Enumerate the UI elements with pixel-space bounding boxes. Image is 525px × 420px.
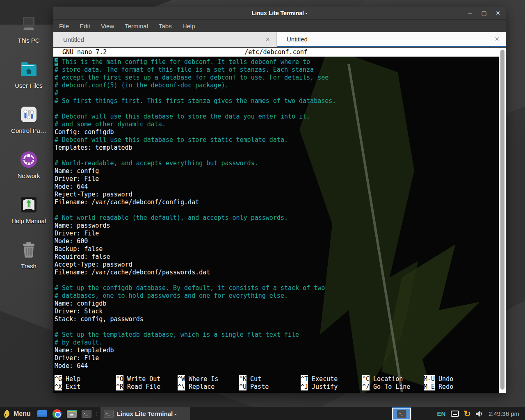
menu-button[interactable]: Menu [0,409,35,418]
task-button-terminal[interactable]: >_ Linux Lite Terminal - [100,407,191,420]
menu-button-label: Menu [14,410,31,418]
menu-edit[interactable]: Edit [80,23,90,30]
terminal-icon: >_ [397,410,406,418]
chrome-icon [52,409,62,418]
window-titlebar[interactable]: Linux Lite Terminal - – ▢ ✕ [53,7,506,20]
nano-line: Driver: Stack [55,308,499,315]
desktop-icon-this-pc[interactable]: This PC [9,14,48,59]
nano-line: # except the first sets up a database fo… [55,74,499,82]
file-manager-icon [67,410,77,418]
nano-line: Stack: config, passwords [55,315,499,323]
nano-shortcut: ^OWrite Out [116,375,178,383]
terminal-launcher[interactable]: >_ [81,409,92,419]
file-manager-launcher[interactable] [66,409,77,419]
window-title: Linux Lite Terminal - [53,10,506,16]
menu-file[interactable]: File [59,23,69,30]
nano-shortcut: ^TExecute [301,375,362,383]
nano-titlebar: GNU nano 7.2 /etc/debconf.conf [53,48,499,57]
nano-line: Driver: File [55,230,499,237]
nano-line: Name: configdb [55,300,499,308]
nano-shortcut: ^\Replace [178,383,239,391]
nano-line: # and some other dynamic data. [55,121,499,128]
nano-line [55,276,499,284]
menu-terminal[interactable]: Terminal [125,23,148,30]
menu-tabs[interactable]: Tabs [159,23,172,30]
tray-terminal-indicator[interactable]: >_ [392,408,411,420]
nano-line: # This is the main config file for debco… [55,58,499,66]
nano-shortcut: ^UPaste [239,383,301,391]
desktop-icon-control-panel[interactable]: Control Pa… [9,104,48,149]
nano-shortcut: M-UUndo [424,375,485,383]
scrollbar-thumb[interactable] [500,50,504,390]
menu-bar: File Edit View Terminal Tabs Help [53,20,506,32]
nano-shortcut: ^KCut [239,375,301,383]
nano-line: Templates: templatedb [55,144,499,152]
terminal-window: Linux Lite Terminal - – ▢ ✕ File Edit Vi… [53,7,506,393]
folder-home-icon [18,59,39,80]
nano-filename: /etc/debconf.conf [53,48,499,56]
nano-line: Backup: false [55,245,499,253]
nano-line: # Set up the templatedb database, which … [55,331,499,339]
nano-line: Driver: File [55,175,499,183]
keyboard-layout-indicator[interactable]: EN [437,410,445,417]
terminal-viewport[interactable]: GNU nano 7.2 /etc/debconf.conf # This is… [53,48,499,393]
desktop-icon-label: Trash [21,262,37,269]
nano-line: Config: configdb [55,128,499,136]
chrome-launcher[interactable] [52,409,62,419]
nano-line [55,105,499,113]
desktop-icon-user-files[interactable]: User Files [9,59,48,104]
task-button-label: Linux Lite Terminal - [117,410,177,417]
minimize-button[interactable]: – [466,10,474,16]
updates-icon[interactable]: ↻ [463,409,471,418]
tab-close-icon[interactable]: × [264,35,272,44]
nano-line: Mode: 644 [55,362,499,370]
terminal-icon: >_ [82,410,91,418]
nano-content: # This is the main config file for debco… [53,57,499,370]
show-desktop-button[interactable] [37,409,48,419]
close-button[interactable]: ✕ [494,10,502,16]
nano-line [55,206,499,214]
nano-line: # Not world readable (the default), and … [55,214,499,222]
help-manual-icon [18,194,39,215]
desktop-icon-list: This PC User Files Control Pa… Network H… [9,14,48,285]
taskbar-separator[interactable] [95,409,98,419]
volume-icon[interactable] [476,411,483,417]
tab-untitled-2[interactable]: Untitled × [277,32,506,47]
keyboard-icon[interactable] [451,411,459,417]
trash-icon [18,240,39,260]
desktop-icon-label: This PC [18,37,39,44]
nano-line: # databases, one to hold passwords and o… [55,292,499,300]
nano-line: Name: passwords [55,222,499,230]
tab-untitled-1[interactable]: Untitled × [53,32,277,47]
nano-shortcut: ^RRead File [116,383,178,391]
nano-line: # World-readable, and accepts everything… [55,160,499,167]
network-globe-icon [18,149,39,170]
maximize-button[interactable]: ▢ [480,10,488,16]
nano-line: # So first things first. This first stan… [55,97,499,105]
nano-line: # [55,89,499,97]
nano-shortcuts: ^GHelp^XExit^OWrite Out^RRead File^WWher… [55,375,499,391]
tab-bar: Untitled × Untitled × [53,32,506,47]
menu-help[interactable]: Help [183,23,195,30]
desktop-icon-help-manual[interactable]: Help Manual [9,194,48,240]
nano-shortcut: ^WWhere Is [178,375,239,383]
desktop-icon-network[interactable]: Network [9,149,48,194]
control-panel-icon [18,104,39,125]
taskbar: Menu >_ >_ Linux Lite Terminal - >_ EN ↻… [0,407,525,420]
desktop-icon-label: Network [17,172,40,179]
nano-line: Name: config [55,167,499,175]
nano-line: Reject-Type: password [55,191,499,199]
nano-line: Required: false [55,253,499,261]
nano-line: Name: templatedb [55,347,499,354]
desktop-icon-trash[interactable]: Trash [9,240,48,285]
nano-line: Mode: 600 [55,237,499,245]
nano-shortcut: ^GHelp [55,375,116,383]
terminal-scrollbar[interactable] [499,48,506,393]
tab-close-icon[interactable]: × [493,35,501,43]
nano-shortcut: ^XExit [55,383,116,391]
menu-view[interactable]: View [101,23,114,30]
tab-label: Untitled [287,36,493,43]
desktop-icon-label: Control Pa… [11,127,46,134]
nano-line [55,323,499,331]
nano-line: # Debconf will use this database to stor… [55,113,499,121]
